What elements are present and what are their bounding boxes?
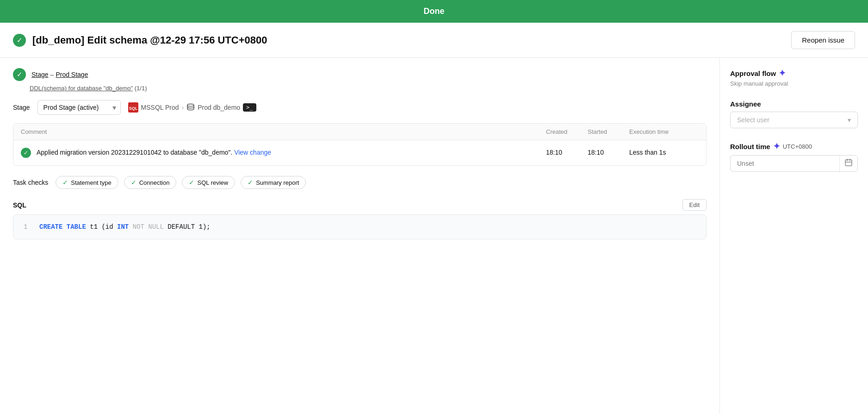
sql-code: CREATE TABLE t1 (id INT NOT NULL DEFAULT… xyxy=(39,223,211,231)
table-header: Comment Created Started Execution time xyxy=(13,124,706,140)
check-summary-report[interactable]: ✓ Summary report xyxy=(241,176,306,189)
stage-select-wrap[interactable]: Prod Stage (active) xyxy=(37,100,121,115)
prod-stage-link[interactable]: Prod Stage xyxy=(56,71,88,78)
page-title: [db_demo] Edit schema @12-29 17:56 UTC+0… xyxy=(32,34,267,46)
mssql-logo-icon: SQL xyxy=(128,102,138,113)
rollout-heading: Rollout time ✦ UTC+0800 xyxy=(730,141,858,151)
sql-header: SQL Edit xyxy=(13,199,707,211)
exec-time-cell: Less than 1s xyxy=(629,148,699,156)
approval-flow-heading: Approval flow ✦ xyxy=(730,68,858,78)
assignee-label: Assignee xyxy=(730,100,858,108)
svg-rect-3 xyxy=(845,160,852,166)
main-layout: ✓ Stage – Prod Stage DDL(schema) for dat… xyxy=(0,58,868,414)
sql-label: SQL xyxy=(13,201,26,209)
db-icon xyxy=(186,103,195,113)
check-connection[interactable]: ✓ Connection xyxy=(124,176,177,189)
sql-code-block: 1 CREATE TABLE t1 (id INT NOT NULL DEFAU… xyxy=(13,214,707,239)
header-row: ✓ [db_demo] Edit schema @12-29 17:56 UTC… xyxy=(0,23,868,58)
col-exec-time: Execution time xyxy=(629,128,699,135)
col-started: Started xyxy=(588,128,629,135)
done-icon: ✓ xyxy=(13,34,26,47)
rollout-input-row xyxy=(730,155,858,172)
kw-create: CREATE TABLE xyxy=(39,223,86,231)
check-summary-report-label: Summary report xyxy=(256,179,299,186)
select-user-dropdown[interactable]: Select user ▾ xyxy=(730,112,858,128)
rollout-sparkle-icon: ✦ xyxy=(773,141,780,151)
sql-section: SQL Edit 1 CREATE TABLE t1 (id INT NOT N… xyxy=(13,199,707,239)
content-area: ✓ Stage – Prod Stage DDL(schema) for dat… xyxy=(0,58,720,414)
check-sql-review-icon: ✓ xyxy=(189,179,194,186)
row-success-icon: ✓ xyxy=(21,148,31,158)
rollout-section: Rollout time ✦ UTC+0800 xyxy=(730,141,858,172)
db-display-name: Prod db_demo xyxy=(198,104,240,111)
col-created: Created xyxy=(546,128,588,135)
db-server-name: MSSQL Prod xyxy=(141,104,179,111)
stage-count: (1/1) xyxy=(135,85,147,92)
stage-check-icon: ✓ xyxy=(13,68,26,81)
task-checks-label: Task checks xyxy=(13,179,48,186)
edit-button[interactable]: Edit xyxy=(682,199,707,211)
view-change-link[interactable]: View change xyxy=(234,149,271,156)
stage-selector-row: Stage Prod Stage (active) SQL MSSQL Prod… xyxy=(13,100,707,115)
db-path: SQL MSSQL Prod › Prod db_demo >_ xyxy=(128,102,256,113)
started-cell: 18:10 xyxy=(588,148,629,156)
assignee-section: Assignee Select user ▾ xyxy=(730,100,858,128)
utc-badge: UTC+0800 xyxy=(783,143,812,150)
kw-int: INT xyxy=(117,223,129,231)
svg-point-2 xyxy=(187,104,194,106)
col-comment: Comment xyxy=(21,128,546,135)
approval-flow-label: Approval flow xyxy=(730,69,776,77)
check-sql-review[interactable]: ✓ SQL review xyxy=(182,176,235,189)
comment-text: Applied migration version 20231229101042… xyxy=(37,148,271,157)
stage-breadcrumb: ✓ Stage – Prod Stage xyxy=(13,68,707,81)
sidebar: Approval flow ✦ Skip manual approval Ass… xyxy=(720,58,868,414)
rollout-label: Rollout time xyxy=(730,143,770,151)
stage-link[interactable]: Stage xyxy=(31,71,49,78)
select-user-placeholder: Select user xyxy=(737,116,769,124)
approval-flow-sub: Skip manual approval xyxy=(730,80,858,87)
task-checks-row: Task checks ✓ Statement type ✓ Connectio… xyxy=(13,176,707,189)
terminal-badge: >_ xyxy=(243,103,256,112)
line-number: 1 xyxy=(24,223,31,231)
stage-links: Stage – Prod Stage xyxy=(31,71,88,78)
check-statement-type-label: Statement type xyxy=(71,179,111,186)
path-separator: › xyxy=(182,104,184,111)
task-table: Comment Created Started Execution time ✓… xyxy=(13,123,707,166)
calendar-icon[interactable] xyxy=(839,156,857,171)
sql-line-1: 1 CREATE TABLE t1 (id INT NOT NULL DEFAU… xyxy=(24,223,696,231)
reopen-button[interactable]: Reopen issue xyxy=(791,31,855,49)
stage-separator: – xyxy=(50,71,54,78)
chevron-down-icon: ▾ xyxy=(848,116,851,124)
svg-text:SQL: SQL xyxy=(129,106,137,111)
check-connection-icon: ✓ xyxy=(131,179,136,186)
kw-not: NOT NULL xyxy=(133,223,164,231)
stage-select[interactable]: Prod Stage (active) xyxy=(37,100,121,115)
stage-field-label: Stage xyxy=(13,104,30,111)
ddl-link[interactable]: DDL(schema) for database "db_demo" xyxy=(30,85,133,92)
row-comment-cell: ✓ Applied migration version 202312291010… xyxy=(21,148,546,158)
created-cell: 18:10 xyxy=(546,148,588,156)
stage-sub: DDL(schema) for database "db_demo" (1/1) xyxy=(30,85,707,92)
check-sql-review-label: SQL review xyxy=(197,179,228,186)
sparkle-icon: ✦ xyxy=(779,68,786,78)
status-banner: Done xyxy=(0,0,868,23)
rollout-input[interactable] xyxy=(731,156,839,171)
check-connection-label: Connection xyxy=(139,179,170,186)
check-summary-report-icon: ✓ xyxy=(248,179,253,186)
check-statement-type[interactable]: ✓ Statement type xyxy=(56,176,118,189)
banner-text: Done xyxy=(424,6,445,16)
table-row: ✓ Applied migration version 202312291010… xyxy=(13,140,706,165)
check-statement-type-icon: ✓ xyxy=(62,179,68,186)
approval-flow-section: Approval flow ✦ Skip manual approval xyxy=(730,68,858,87)
header-left: ✓ [db_demo] Edit schema @12-29 17:56 UTC… xyxy=(13,34,267,47)
